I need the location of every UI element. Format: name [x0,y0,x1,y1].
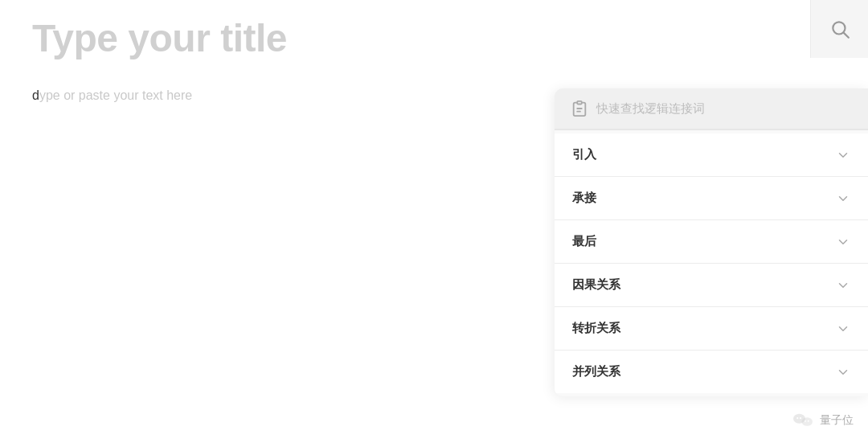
svg-point-6 [802,417,813,426]
category-list: 引入承接最后因果关系转折关系并列关系 [555,130,868,396]
clipboard-icon [571,100,588,117]
watermark-text: 量子位 [820,413,854,428]
chevron-icon-parallel [836,365,850,379]
svg-point-9 [805,420,806,422]
category-label-intro: 引入 [572,147,596,162]
category-label-contrast: 转折关系 [572,321,620,336]
chevron-icon-contrast [836,322,850,336]
category-item-follow[interactable]: 承接 [555,177,868,220]
panel-search-row[interactable]: 快速查找逻辑连接词 [555,88,868,129]
category-item-finally[interactable]: 最后 [555,220,868,264]
watermark: 量子位 [791,408,854,433]
panel-search-input[interactable]: 快速查找逻辑连接词 [596,101,852,117]
search-icon [829,18,850,39]
category-label-follow: 承接 [572,191,596,206]
chevron-icon-causal [836,278,850,293]
svg-rect-2 [577,101,582,105]
search-button[interactable] [810,0,868,58]
svg-point-8 [800,417,801,419]
svg-line-1 [843,33,848,38]
logic-connector-panel: 快速查找逻辑连接词 引入承接最后因果关系转折关系并列关系 [555,88,868,396]
cursor-char: d [32,88,39,102]
category-item-causal[interactable]: 因果关系 [555,264,868,307]
svg-point-10 [808,420,809,422]
wechat-icon [791,408,815,433]
chevron-icon-finally [836,235,850,249]
category-label-causal: 因果关系 [572,277,620,293]
category-item-contrast[interactable]: 转折关系 [555,307,868,351]
chevron-icon-follow [836,191,850,206]
category-item-parallel[interactable]: 并列关系 [555,351,868,393]
category-label-finally: 最后 [572,234,596,249]
title-placeholder[interactable]: Type your title [32,16,287,60]
category-item-intro[interactable]: 引入 [555,133,868,177]
main-area: Type your title dype or paste your text … [0,0,868,447]
editor-placeholder: ype or paste your text here [39,88,192,102]
svg-point-7 [796,417,798,419]
chevron-icon-intro [836,148,850,162]
category-label-parallel: 并列关系 [572,364,620,379]
